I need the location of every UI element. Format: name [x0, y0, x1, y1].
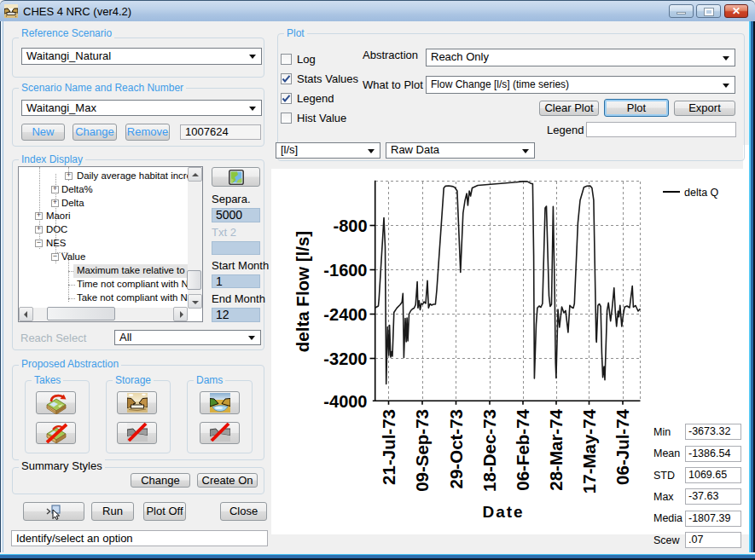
- svg-text:-1600: -1600: [323, 261, 367, 280]
- svg-text:-4000: -4000: [323, 392, 367, 411]
- svg-text:delta Flow [l/s]: delta Flow [l/s]: [293, 231, 312, 352]
- svg-text:-800: -800: [333, 216, 367, 235]
- svg-text:delta Q: delta Q: [684, 187, 719, 199]
- svg-text:06-Jul-74: 06-Jul-74: [613, 408, 632, 484]
- svg-text:-2400: -2400: [323, 305, 367, 324]
- svg-text:06-Feb-74: 06-Feb-74: [513, 408, 532, 490]
- svg-text:29-Oct-73: 29-Oct-73: [446, 409, 466, 488]
- svg-text:Date: Date: [482, 503, 524, 521]
- svg-text:28-Mar-74: 28-Mar-74: [546, 408, 566, 490]
- svg-text:18-Dec-73: 18-Dec-73: [479, 409, 499, 492]
- svg-text:21-Jul-73: 21-Jul-73: [379, 409, 398, 485]
- svg-text:17-May-74: 17-May-74: [579, 408, 599, 494]
- svg-text:-3200: -3200: [323, 349, 367, 368]
- svg-text:09-Sep-73: 09-Sep-73: [412, 409, 432, 492]
